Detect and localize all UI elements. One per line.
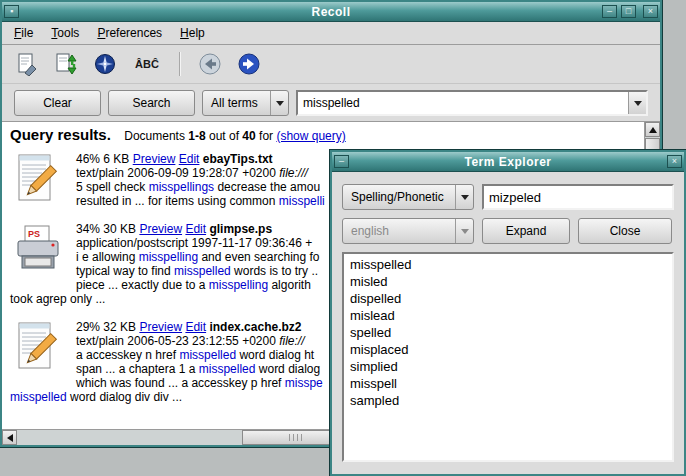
chevron-down-icon [455,185,473,209]
result-filename: ebayTips.txt [199,152,272,166]
results-out-of: out of [209,129,239,143]
edit-link[interactable]: Edit [185,222,206,236]
result-relevance: 29% 32 KB [76,320,139,334]
maximize-button[interactable]: □ [621,5,636,18]
text-file-icon [14,322,62,374]
result-relevance: 46% 6 KB [76,152,133,166]
search-button[interactable]: Search [108,90,195,116]
term-list-item[interactable]: misled [344,273,672,290]
postscript-file-icon: PS [14,224,62,276]
back-icon[interactable] [195,49,225,79]
term-list[interactable]: misspelledmisleddispelledmisleadspelledm… [342,252,674,462]
result-url: file:/// [279,166,308,180]
close-button[interactable]: × [643,5,658,18]
query-combobox[interactable] [296,90,648,116]
preview-link[interactable]: Preview [139,222,182,236]
term-explorer-titlebar[interactable]: – Term Explorer × [332,152,684,172]
query-input[interactable] [298,96,628,110]
show-query-link[interactable]: (show query) [276,129,345,143]
clear-search-icon[interactable] [12,49,42,79]
edit-link[interactable]: Edit [179,152,200,166]
term-explorer-title: Term Explorer [332,155,684,169]
term-list-item[interactable]: misspell [344,375,672,392]
term-explorer-row1: Spelling/Phonetic [342,184,674,210]
result-relevance: 34% 30 KB [76,222,139,236]
refresh-index-icon[interactable] [51,49,81,79]
term-explorer-row2: english Expand Close [342,218,674,244]
term-list-item[interactable]: sampled [344,392,672,409]
window-menu-button[interactable]: ▪ [4,5,19,18]
expansion-mode-value: Spelling/Phonetic [351,190,444,204]
term-explorer-icon[interactable]: ÂBĈ [129,49,165,79]
main-titlebar[interactable]: ▪ Recoll – □ × [2,2,660,22]
desktop: ▪ Recoll – □ × FileToolsPreferencesHelp [0,0,686,476]
results-title: Query results. [10,126,111,143]
svg-text:PS: PS [28,229,40,239]
results-range: 1-8 [188,129,205,143]
results-docs-label: Documents [124,129,185,143]
compass-icon[interactable] [90,49,120,79]
term-list-item[interactable]: dispelled [344,290,672,307]
toolbar: ÂBĈ [2,45,660,84]
term-list-item[interactable]: simplied [344,358,672,375]
query-dropdown-icon[interactable] [628,92,646,114]
menu-item-tools[interactable]: Tools [42,23,88,43]
expand-button[interactable]: Expand [482,218,570,244]
menu-item-file[interactable]: File [5,23,42,43]
results-for: for [259,129,273,143]
term-mode-value: All terms [211,96,258,110]
menu-item-preferences[interactable]: Preferences [88,23,171,43]
result-filename: glimpse.ps [206,222,272,236]
results-header: Query results. Documents 1-8 out of 40 f… [10,128,638,143]
result-url: file:// [279,334,304,348]
toolbar-separator [179,52,181,76]
preview-link[interactable]: Preview [139,320,182,334]
minimize-button[interactable]: – [602,5,617,18]
scroll-left-button[interactable] [2,430,17,445]
forward-icon[interactable] [234,49,264,79]
menu-bar: FileToolsPreferencesHelp [2,22,660,45]
language-combobox: english [342,218,474,244]
search-controls-row: Clear Search All terms [2,84,660,122]
window-menu-button[interactable]: – [334,155,349,168]
edit-link[interactable]: Edit [185,320,206,334]
scroll-up-button[interactable] [645,122,660,137]
term-explorer-window: – Term Explorer × Spelling/Phonetic engl… [330,150,686,476]
term-list-item[interactable]: mislead [344,307,672,324]
preview-link[interactable]: Preview [133,152,176,166]
close-button[interactable]: × [667,155,682,168]
expansion-mode-combobox[interactable]: Spelling/Phonetic [342,184,474,210]
term-list-item[interactable]: misplaced [344,341,672,358]
window-title: Recoll [2,5,660,19]
result-filename: index.cache.bz2 [206,320,301,334]
clear-button[interactable]: Clear [14,90,101,116]
term-list-item[interactable]: spelled [344,324,672,341]
term-mode-combobox[interactable]: All terms [202,90,289,116]
text-file-icon [14,154,62,206]
chevron-down-icon [270,91,288,115]
language-value: english [351,224,389,238]
close-dialog-button[interactable]: Close [578,218,672,244]
term-input[interactable] [482,184,674,210]
results-total: 40 [242,129,255,143]
term-list-item[interactable]: misspelled [344,256,672,273]
menu-item-help[interactable]: Help [171,23,214,43]
chevron-down-icon [455,219,473,243]
